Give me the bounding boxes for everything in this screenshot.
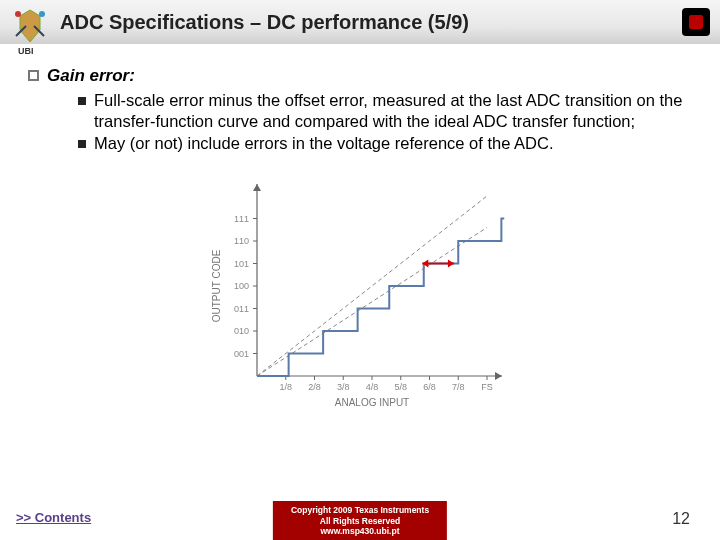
square-bullet-icon — [28, 70, 39, 81]
gain-error-chart: 0010100111001011101111/82/83/84/85/86/87… — [202, 166, 522, 416]
contents-link[interactable]: >> Contents — [0, 510, 91, 525]
svg-text:101: 101 — [234, 258, 249, 268]
section-heading: Gain error: — [47, 66, 135, 86]
ti-logo-icon — [682, 8, 710, 36]
copyright-line: Copyright 2009 Texas Instruments — [291, 505, 429, 515]
svg-text:111: 111 — [234, 213, 249, 223]
list-item: May (or not) include errors in the volta… — [78, 133, 696, 154]
svg-text:100: 100 — [234, 281, 249, 291]
sub-list: Full-scale error minus the offset error,… — [78, 90, 696, 154]
list-item-text: Full-scale error minus the offset error,… — [94, 90, 696, 131]
svg-text:110: 110 — [234, 236, 249, 246]
svg-point-2 — [39, 11, 45, 17]
bullet-main: Gain error: — [28, 66, 696, 86]
slide-title: ADC Specifications – DC performance (5/9… — [60, 11, 469, 34]
ubi-crest-icon — [10, 6, 50, 46]
svg-text:OUTPUT CODE: OUTPUT CODE — [211, 249, 222, 322]
svg-text:011: 011 — [234, 303, 249, 313]
slide-footer: >> Contents Copyright 2009 Texas Instrum… — [0, 494, 720, 540]
ubi-label: UBI — [0, 44, 720, 56]
svg-text:010: 010 — [234, 326, 249, 336]
list-item: Full-scale error minus the offset error,… — [78, 90, 696, 131]
site-url: www.msp430.ubi.pt — [291, 526, 429, 536]
svg-marker-4 — [495, 372, 502, 380]
svg-text:4/8: 4/8 — [366, 382, 379, 392]
square-bullet-small-icon — [78, 140, 86, 148]
slide-header: ADC Specifications – DC performance (5/9… — [0, 0, 720, 44]
svg-text:FS: FS — [481, 382, 493, 392]
svg-marker-6 — [253, 184, 261, 191]
slide-body: Gain error: Full-scale error minus the o… — [0, 56, 720, 420]
svg-text:1/8: 1/8 — [279, 382, 292, 392]
page-number: 12 — [672, 510, 690, 528]
svg-text:6/8: 6/8 — [423, 382, 436, 392]
svg-text:ANALOG INPUT: ANALOG INPUT — [335, 397, 409, 408]
chart-container: 0010100111001011101111/82/83/84/85/86/87… — [28, 166, 696, 420]
copyright-block: Copyright 2009 Texas Instruments All Rig… — [273, 501, 447, 540]
list-item-text: May (or not) include errors in the volta… — [94, 133, 553, 154]
svg-point-1 — [15, 11, 21, 17]
svg-marker-43 — [448, 259, 454, 267]
svg-text:7/8: 7/8 — [452, 382, 465, 392]
copyright-line: All Rights Reserved — [291, 516, 429, 526]
svg-marker-0 — [20, 10, 40, 42]
svg-text:001: 001 — [234, 348, 249, 358]
svg-text:5/8: 5/8 — [394, 382, 407, 392]
svg-text:3/8: 3/8 — [337, 382, 350, 392]
svg-line-39 — [257, 196, 487, 376]
square-bullet-small-icon — [78, 97, 86, 105]
svg-text:2/8: 2/8 — [308, 382, 321, 392]
